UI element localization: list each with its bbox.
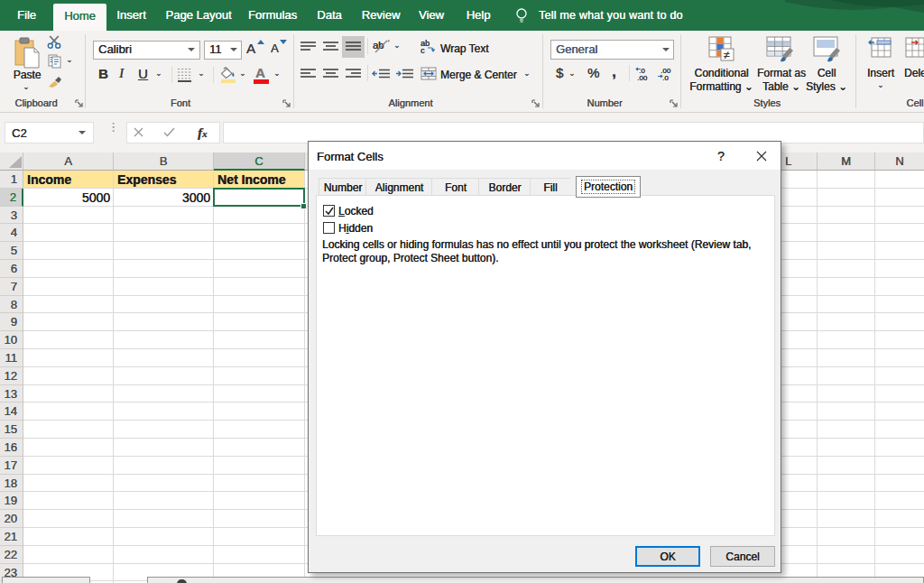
svg-text:.0: .0 — [662, 74, 669, 81]
svg-text:≠: ≠ — [724, 49, 730, 61]
svg-text:c: c — [420, 46, 425, 54]
svg-text:.00: .00 — [637, 74, 648, 81]
